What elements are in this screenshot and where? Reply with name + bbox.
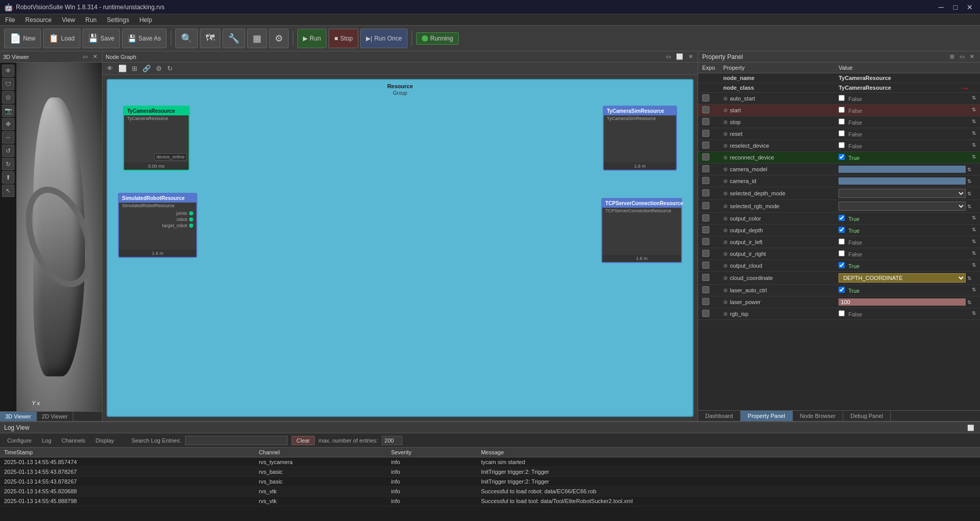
ng-link-btn[interactable]: 🔗: [140, 64, 153, 73]
checkbox-ir-right[interactable]: [839, 250, 845, 256]
prop-reset-scroll[interactable]: ⇅: [972, 130, 976, 136]
prop-reselect-scroll[interactable]: ⇅: [972, 142, 976, 148]
expo-btn-ir-left[interactable]: [702, 238, 709, 245]
expo-btn-output-depth[interactable]: [702, 226, 709, 233]
tab-dashboard[interactable]: Dashboard: [698, 411, 741, 421]
close-button[interactable]: ✕: [964, 2, 976, 12]
snapshot-tool-btn[interactable]: 📷: [2, 105, 14, 117]
checkbox-output-cloud[interactable]: [839, 262, 845, 268]
checkbox-laser-auto[interactable]: [839, 287, 845, 293]
expo-btn-reset[interactable]: [702, 130, 709, 137]
expo-btn-stop[interactable]: [702, 118, 709, 125]
shield-tool-btn[interactable]: 🛡: [2, 78, 14, 90]
expo-btn-cloud-coord[interactable]: [702, 274, 709, 281]
expo-btn-laser-power[interactable]: [702, 298, 709, 305]
checkbox-stop[interactable]: [839, 118, 845, 125]
expo-btn-output-color[interactable]: [702, 214, 709, 222]
input-camera-id[interactable]: [839, 177, 966, 185]
log-search-input[interactable]: [185, 436, 288, 445]
tab-property-panel[interactable]: Property Panel: [741, 411, 793, 421]
menu-resource[interactable]: Resource: [20, 14, 56, 25]
dropdown-depth-mode[interactable]: [839, 189, 966, 198]
ng-eye-btn[interactable]: 👁: [105, 64, 115, 73]
checkbox-rgb-isp[interactable]: [839, 310, 845, 316]
checkbox-output-color[interactable]: [839, 215, 845, 221]
dropdown-rgb-mode[interactable]: [839, 202, 966, 211]
expo-btn-laser-auto[interactable]: [702, 286, 709, 293]
circle-tool-btn[interactable]: ⊙: [2, 91, 14, 104]
node-graph-close[interactable]: ✕: [687, 53, 695, 60]
new-button[interactable]: 📄 New: [4, 29, 41, 48]
menu-help[interactable]: Help: [134, 14, 157, 25]
log-panel-maximize[interactable]: ⬜: [966, 425, 976, 431]
log-clear-btn[interactable]: Clear: [292, 436, 314, 445]
prop-start-scroll[interactable]: ⇅: [972, 107, 976, 112]
expo-btn-rgb-isp[interactable]: [702, 310, 709, 317]
node-tcp[interactable]: TCPServerConnectionResource TCPServerCon…: [601, 198, 682, 263]
prop-cam-id-scroll[interactable]: ⇅: [967, 178, 971, 184]
checkbox-reconnect[interactable]: [839, 154, 845, 160]
tab-node-browser[interactable]: Node Browser: [793, 411, 844, 421]
prop-laser-power-scroll[interactable]: ⇅: [967, 299, 971, 305]
rotate-tool-btn[interactable]: ↺: [2, 145, 14, 157]
menu-run[interactable]: Run: [80, 14, 102, 25]
expo-btn-reselect[interactable]: [702, 142, 709, 149]
log-channels-btn[interactable]: Channels: [58, 436, 88, 445]
node-simrobot[interactable]: SimulatedRobotResource SimulatedRobotRes…: [118, 193, 197, 258]
map-button[interactable]: 🗺: [200, 29, 220, 48]
expo-btn-start[interactable]: [702, 106, 709, 113]
log-max-input[interactable]: [382, 436, 402, 445]
prop-auto-start-scroll[interactable]: ⇅: [972, 95, 976, 101]
tab-3d-viewer[interactable]: 3D Viewer: [0, 412, 37, 421]
node-tycamera[interactable]: TyCameraResource TyCameraResource device…: [123, 106, 190, 171]
minimize-button[interactable]: ─: [935, 2, 947, 12]
checkbox-reselect[interactable]: [839, 142, 845, 148]
prop-output-depth-scroll[interactable]: ⇅: [972, 227, 976, 232]
restore-button[interactable]: □: [949, 2, 962, 12]
cursor-tool-btn[interactable]: ↖: [2, 185, 14, 197]
expo-btn-reconnect[interactable]: [702, 153, 709, 161]
refresh-tool-btn[interactable]: ↻: [2, 158, 14, 170]
run-once-button[interactable]: ▶| Run Once: [360, 29, 407, 48]
menu-settings[interactable]: Settings: [102, 14, 134, 25]
prop-panel-grid-btn[interactable]: ⊞: [948, 53, 956, 60]
viewer-3d-close[interactable]: ✕: [91, 53, 99, 60]
move-tool-btn[interactable]: ↔: [2, 131, 14, 144]
tool-button[interactable]: 🔧: [222, 29, 245, 48]
prop-laser-auto-scroll[interactable]: ⇅: [972, 287, 976, 292]
prop-rgb-mode-scroll[interactable]: ⇅: [967, 204, 971, 209]
save-button[interactable]: 💾 Save: [83, 29, 120, 48]
node-graph-minimize[interactable]: ▭: [664, 53, 672, 60]
ng-grid-btn[interactable]: ⊞: [130, 64, 139, 73]
wrench-button[interactable]: ⚙: [269, 29, 289, 48]
tab-debug-panel[interactable]: Debug Panel: [843, 411, 891, 421]
prop-ir-left-scroll[interactable]: ⇅: [972, 238, 976, 244]
node-graph-maximize[interactable]: ⬜: [675, 53, 685, 60]
ng-refresh-btn[interactable]: ↻: [165, 64, 175, 73]
prop-depth-mode-scroll[interactable]: ⇅: [967, 191, 971, 196]
prop-ir-right-scroll[interactable]: ⇅: [972, 250, 976, 256]
expo-btn-rgb-mode[interactable]: [702, 202, 709, 209]
log-configure-btn[interactable]: Configure: [4, 436, 35, 445]
prop-rgb-isp-scroll[interactable]: ⇅: [972, 310, 976, 316]
prop-cam-model-scroll[interactable]: ⇅: [967, 167, 971, 172]
expo-btn-depth-mode[interactable]: [702, 189, 709, 196]
menu-view[interactable]: View: [57, 14, 80, 25]
crosshair-tool-btn[interactable]: ✥: [2, 118, 14, 130]
checkbox-ir-left[interactable]: [839, 238, 845, 245]
input-camera-model[interactable]: [839, 166, 966, 173]
prop-panel-close[interactable]: ✕: [968, 53, 976, 60]
arrows-tool-btn[interactable]: ⬆: [2, 171, 14, 184]
node-tycamsim[interactable]: TyCameraSimResource TyCameraSimResource …: [603, 106, 677, 171]
log-log-btn[interactable]: Log: [39, 436, 54, 445]
expo-btn-cam-id[interactable]: [702, 177, 709, 184]
grid-button[interactable]: ▦: [247, 29, 267, 48]
expo-btn-output-cloud[interactable]: [702, 262, 709, 269]
save-as-button[interactable]: 💾 Save As: [122, 29, 167, 48]
load-button[interactable]: 📋 Load: [43, 29, 80, 48]
viewer-3d-minimize[interactable]: ▭: [81, 53, 89, 60]
run-button[interactable]: ▶ Run: [297, 29, 326, 48]
checkbox-output-depth[interactable]: [839, 227, 845, 233]
eye-tool-btn[interactable]: 👁: [2, 65, 14, 77]
checkbox-reset[interactable]: [839, 130, 845, 136]
